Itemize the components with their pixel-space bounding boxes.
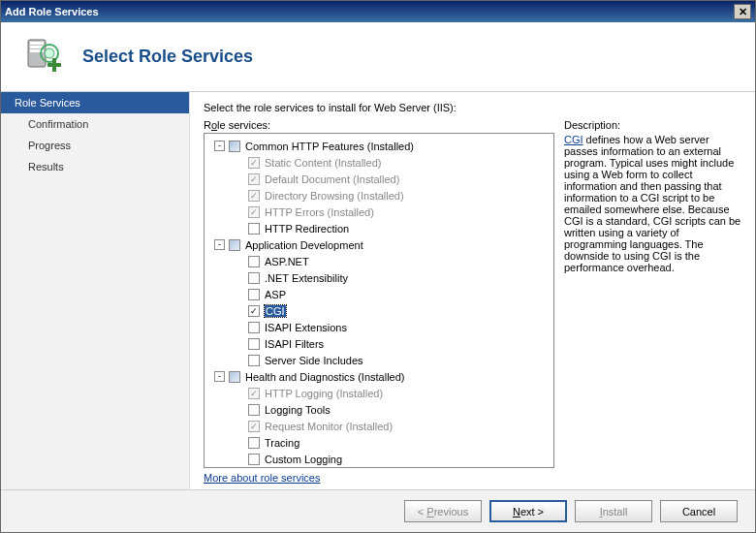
svg-point-5 <box>45 48 54 58</box>
close-icon: ✕ <box>739 6 747 18</box>
checkbox[interactable] <box>248 223 260 235</box>
checkbox <box>248 157 260 169</box>
tree-node[interactable]: Logging Tools <box>206 401 551 418</box>
description-panel: Description: CGI defines how a Web serve… <box>564 119 741 484</box>
collapse-icon[interactable]: - <box>214 141 225 151</box>
tree-node[interactable]: ISAPI Filters <box>206 335 551 352</box>
tree-node-label: HTTP Redirection <box>265 223 349 235</box>
previous-button: < Previous <box>404 500 482 522</box>
description-body: defines how a Web server passes informat… <box>564 134 740 273</box>
tree-node-label: Directory Browsing (Installed) <box>265 190 404 202</box>
tree-node-label: Tracing <box>265 437 299 449</box>
checkbox[interactable] <box>248 305 260 317</box>
tree-node-label: Logging Tools <box>265 404 331 416</box>
tree-node[interactable]: .NET Extensibility <box>206 269 551 286</box>
tree-node[interactable]: ASP <box>206 286 551 302</box>
checkbox[interactable] <box>248 338 260 350</box>
tree-node[interactable]: Default Document (Installed) <box>206 171 551 187</box>
tree-node-label: HTTP Errors (Installed) <box>265 206 374 218</box>
checkbox[interactable] <box>248 404 260 416</box>
sidebar-item-progress[interactable]: Progress <box>1 135 189 156</box>
tree-node[interactable]: -Common HTTP Features (Installed) <box>206 138 551 154</box>
tree-node-label: ASP <box>265 289 286 300</box>
checkbox <box>248 173 260 185</box>
tree-node-label: Health and Diagnostics (Installed) <box>245 371 404 383</box>
tree-node-label: Server Side Includes <box>265 355 363 366</box>
description-text: CGI defines how a Web server passes info… <box>564 134 741 273</box>
instruction-text: Select the role services to install for … <box>204 102 741 113</box>
checkbox[interactable] <box>248 289 260 300</box>
tree-node-label: Custom Logging <box>265 454 342 465</box>
tree-node-label: Application Development <box>245 239 363 251</box>
checkbox <box>248 421 260 432</box>
tree-node[interactable]: HTTP Redirection <box>206 220 551 236</box>
tree-node[interactable]: HTTP Errors (Installed) <box>206 204 551 220</box>
checkbox[interactable] <box>248 322 260 333</box>
wizard-footer: < Previous Next > Install Cancel <box>1 489 755 532</box>
panels: Role services: -Common HTTP Features (In… <box>204 119 741 484</box>
title-bar: Add Role Services ✕ <box>1 1 755 22</box>
collapse-icon[interactable]: - <box>214 239 225 250</box>
tree-node[interactable]: -Health and Diagnostics (Installed) <box>206 368 551 385</box>
tree-node[interactable]: HTTP Logging (Installed) <box>206 385 551 401</box>
install-button: Install <box>575 500 652 522</box>
sidebar-item-results[interactable]: Results <box>1 156 189 177</box>
cancel-button[interactable]: Cancel <box>660 500 738 522</box>
server-role-icon <box>20 34 67 80</box>
tree-node[interactable]: Server Side Includes <box>206 352 551 368</box>
tree-node[interactable]: ASP.NET <box>206 253 551 269</box>
tree-node-label: Request Monitor (Installed) <box>265 421 393 432</box>
checkbox[interactable] <box>229 141 240 152</box>
svg-rect-1 <box>30 42 44 45</box>
checkbox[interactable] <box>248 256 260 267</box>
checkbox <box>248 206 260 218</box>
tree-node-label: .NET Extensibility <box>265 272 348 284</box>
tree-node[interactable]: Static Content (Installed) <box>206 154 551 171</box>
tree-node[interactable]: Request Monitor (Installed) <box>206 418 551 434</box>
role-services-tree[interactable]: -Common HTTP Features (Installed)Static … <box>204 133 554 468</box>
sidebar-item-role-services[interactable]: Role Services <box>1 92 189 113</box>
checkbox[interactable] <box>248 454 260 465</box>
close-button[interactable]: ✕ <box>734 4 751 19</box>
checkbox[interactable] <box>248 355 260 366</box>
tree-node[interactable]: Directory Browsing (Installed) <box>206 187 551 204</box>
tree-node[interactable]: ISAPI Extensions <box>206 319 551 335</box>
tree-node[interactable]: ODBC Logging <box>206 467 551 468</box>
tree-node[interactable]: CGI <box>206 302 551 319</box>
sidebar-item-confirmation[interactable]: Confirmation <box>1 113 189 135</box>
tree-node-label: ISAPI Filters <box>265 338 324 350</box>
next-button[interactable]: Next > <box>489 500 567 522</box>
tree-panel: Role services: -Common HTTP Features (In… <box>204 119 554 484</box>
tree-label: Role services: <box>204 119 554 131</box>
tree-node-label: Common HTTP Features (Installed) <box>245 141 414 152</box>
checkbox[interactable] <box>248 437 260 449</box>
tree-node[interactable]: Custom Logging <box>206 451 551 467</box>
tree-node-label: ISAPI Extensions <box>265 322 347 333</box>
tree-node-label: ASP.NET <box>265 256 309 267</box>
description-title: Description: <box>564 119 741 131</box>
checkbox[interactable] <box>229 371 240 383</box>
tree-node[interactable]: -Application Development <box>206 236 551 253</box>
description-link[interactable]: CGI <box>564 134 583 145</box>
window-title: Add Role Services <box>5 6 734 17</box>
tree-node-label: Default Document (Installed) <box>265 173 399 185</box>
more-about-link[interactable]: More about role services <box>204 472 554 484</box>
checkbox <box>248 190 260 202</box>
collapse-icon[interactable]: - <box>214 371 225 382</box>
tree-node[interactable]: Tracing <box>206 434 551 451</box>
checkbox <box>248 388 260 399</box>
content-area: Select the role services to install for … <box>190 92 755 489</box>
page-title: Select Role Services <box>82 47 253 67</box>
checkbox[interactable] <box>229 239 240 251</box>
checkbox[interactable] <box>248 272 260 284</box>
body: Role Services Confirmation Progress Resu… <box>1 92 755 489</box>
tree-node-label: CGI <box>265 305 286 317</box>
header: Select Role Services <box>1 22 755 92</box>
tree-node-label: HTTP Logging (Installed) <box>265 388 383 399</box>
wizard-sidebar: Role Services Confirmation Progress Resu… <box>1 92 190 489</box>
tree-node-label: Static Content (Installed) <box>265 157 381 169</box>
svg-rect-7 <box>52 58 56 72</box>
